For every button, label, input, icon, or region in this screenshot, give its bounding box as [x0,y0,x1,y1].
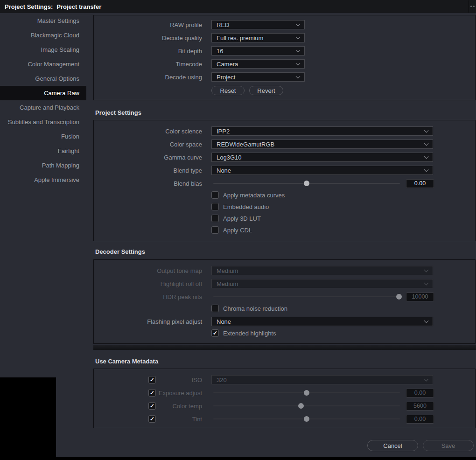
titlebar-divider [469,0,469,13]
field-label: Color space [93,141,207,148]
checkbox-label: Apply CDL [223,227,252,234]
field-label: Output tone map [93,267,207,274]
dropdown-value: None [217,318,425,325]
slider-track [213,405,400,406]
sidebar-item-path-mapping[interactable]: Path Mapping [0,158,93,173]
sidebar-item-apple-immersive[interactable]: Apple Immersive [0,173,93,187]
exposure-adjust-slider [213,388,400,397]
sidebar-item-color-management[interactable]: Color Management [0,57,93,71]
field-label: Decode quality [93,35,207,42]
field-label: Blend bias [93,180,207,187]
blend-type-dropdown[interactable]: None [211,166,433,175]
hdr-peak-nits-slider [213,292,400,301]
chevron-down-icon [424,141,429,146]
field-label: Decode using [93,74,207,81]
title-bar: Project Settings: Project transfer [0,0,476,13]
hdr-peak-nits-value: 10000 [406,293,434,301]
dropdown-value: Medium [217,280,425,287]
chevron-down-icon [424,267,429,272]
page-title: Project Settings: [5,3,53,10]
save-button[interactable]: Save [423,440,474,451]
horizontal-separator [93,345,476,350]
chevron-down-icon [296,35,301,39]
raw-profile-dropdown[interactable]: RED [211,20,305,29]
dropdown-value: Full res. premium [217,35,296,42]
color-temp-value: 5600 [406,402,434,411]
slider-handle [298,403,304,409]
checkbox-label: Apply metadata curves [223,192,285,199]
project-name: Project transfer [56,3,101,10]
field-label: ISO [156,376,207,383]
slider-handle [396,294,402,300]
blend-bias-slider[interactable] [213,179,400,188]
field-label: Timecode [93,61,207,68]
field-label: Exposure adjust [156,390,207,397]
gamma-curve-dropdown[interactable]: Log3G10 [211,153,433,162]
chroma-noise-reduction-checkbox[interactable] [211,305,219,312]
reset-button[interactable]: Reset [211,86,245,95]
timecode-dropdown[interactable]: Camera [211,59,305,69]
checkbox-label: Extended highlights [223,330,276,337]
cancel-button[interactable]: Cancel [367,440,418,451]
screen-bottom-black [0,457,476,460]
sidebar-item-master-settings[interactable]: Master Settings [0,14,93,28]
color-space-dropdown[interactable]: REDWideGamutRGB [211,139,433,149]
exposure-adjust-metadata-checkbox[interactable] [148,389,156,397]
revert-button[interactable]: Revert [249,86,283,95]
decode-using-dropdown[interactable]: Project [211,72,305,82]
color-temp-slider [213,401,400,411]
dropdown-value: None [217,167,425,174]
checkbox-label: Apply 3D LUT [223,215,261,222]
chevron-down-icon [296,48,301,52]
bit-depth-dropdown[interactable]: 16 [211,46,305,56]
slider-handle[interactable] [304,181,309,186]
color-science-dropdown[interactable]: IPP2 [211,126,433,136]
checkbox-label: Embedded audio [223,203,269,210]
sidebar-item-fairlight[interactable]: Fairlight [0,144,93,158]
field-label: Tint [156,416,207,423]
blend-bias-value[interactable]: 0.00 [406,179,434,188]
chevron-down-icon [424,280,429,285]
sidebar-item-capture-and-playback[interactable]: Capture and Playback [0,100,93,115]
field-label: HDR peak nits [93,293,207,300]
field-label: Bit depth [93,48,207,55]
chevron-down-icon [296,61,301,65]
section-header-decoder-settings: Decoder Settings [95,248,145,255]
settings-sidebar: Master Settings Blackmagic Cloud Image S… [0,14,93,187]
output-tone-map-dropdown: Medium [211,266,433,275]
decode-quality-dropdown[interactable]: Full res. premium [211,33,305,42]
field-label: Color temp [156,403,207,410]
checkbox-label: Chroma noise reduction [223,305,287,312]
tint-metadata-checkbox[interactable] [148,415,156,423]
flashing-pixel-adjust-dropdown[interactable]: None [211,317,433,326]
iso-metadata-checkbox[interactable] [148,376,156,383]
color-temp-metadata-checkbox[interactable] [148,402,156,410]
chevron-down-icon [424,128,429,132]
sidebar-item-image-scaling[interactable]: Image Scaling [0,42,93,57]
chevron-down-icon [296,21,301,26]
dropdown-value: IPP2 [217,128,425,135]
dropdown-value: 320 [217,376,425,383]
chevron-down-icon [424,318,429,323]
apply-cdl-checkbox[interactable] [211,226,219,234]
extended-highlights-checkbox[interactable] [211,329,219,337]
embedded-audio-checkbox[interactable] [211,203,219,210]
apply-metadata-curves-checkbox[interactable] [211,191,219,199]
tint-value: 0.00 [406,415,434,424]
apply-3d-lut-checkbox[interactable] [211,215,219,222]
sidebar-item-subtitles-and-transcription[interactable]: Subtitles and Transcription [0,115,93,129]
field-label: Color science [93,128,207,135]
sidebar-item-camera-raw[interactable]: Camera Raw [0,86,86,100]
iso-dropdown: 320 [211,375,433,384]
sidebar-item-general-options[interactable]: General Options [0,71,93,86]
dropdown-value: Camera [217,61,296,68]
chevron-down-icon [424,376,429,381]
sidebar-item-blackmagic-cloud[interactable]: Blackmagic Cloud [0,28,93,42]
sidebar-item-fusion[interactable]: Fusion [0,129,93,144]
dropdown-value: Medium [217,267,425,274]
screen-corner-black [0,377,56,460]
dropdown-value: REDWideGamutRGB [217,141,425,148]
dropdown-value: Log3G10 [217,154,425,161]
slider-handle [304,390,309,396]
chevron-down-icon [424,154,429,159]
